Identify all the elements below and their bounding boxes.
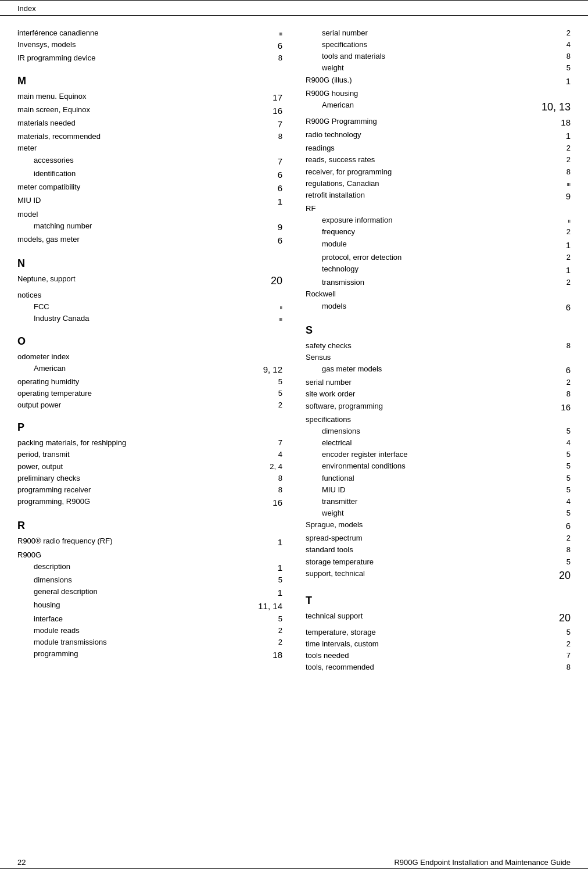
index-entry: FCCii <box>17 301 282 313</box>
index-entry: electrical4 <box>306 437 571 449</box>
index-entry-page: 8 <box>567 544 571 556</box>
index-entry-text: interface <box>34 613 275 625</box>
index-entry-text: time intervals, custom <box>306 638 563 650</box>
index-entry-page: 2 <box>567 27 571 39</box>
index-entry-page: iii <box>567 178 571 189</box>
index-entry-page: 5 <box>567 449 571 460</box>
index-entry: module1 <box>306 238 571 252</box>
index-entry-page: 2, 4 <box>270 461 282 473</box>
index-entry-text: technology <box>322 263 562 277</box>
index-entry-page: 1 <box>566 263 571 277</box>
index-entry-text: transmission <box>322 277 563 288</box>
index-entry: frequency2 <box>306 226 571 238</box>
index-entry: tools, recommended8 <box>306 661 571 673</box>
index-entry-page: 5 <box>567 425 571 437</box>
index-entry-page: 5 <box>278 613 282 625</box>
index-entry: models6 <box>306 301 571 314</box>
index-entry-page: ii <box>280 301 282 313</box>
index-entry-text: identification <box>34 168 274 181</box>
index-entry: technical support20 <box>306 610 571 627</box>
index-entry-text: specifications <box>322 39 563 51</box>
index-entry-text: reads, success rates <box>306 154 563 166</box>
index-entry-page: 1 <box>278 561 282 574</box>
index-entry: preliminary checks8 <box>17 473 282 484</box>
index-entry-text: weight <box>322 507 563 519</box>
index-entry: materials needed7 <box>17 117 282 131</box>
index-entry: IR programming device8 <box>17 52 282 64</box>
index-entry-text: standard tools <box>306 544 563 556</box>
index-entry-text: tools, recommended <box>306 661 563 673</box>
index-entry-page: 5 <box>278 574 282 586</box>
index-entry-text: power, output <box>17 461 266 473</box>
index-entry: standard tools8 <box>306 544 571 556</box>
index-entry-text: FCC <box>34 301 277 313</box>
section-letter-t: T <box>306 595 571 607</box>
index-entry-text: radio technology <box>306 129 562 142</box>
index-entry-page: 10, 13 <box>542 99 571 116</box>
index-entry-text: serial number <box>322 27 563 39</box>
index-entry: specifications <box>306 414 571 425</box>
index-entry: serial number2 <box>306 27 571 39</box>
index-entry: serial number2 <box>306 377 571 388</box>
index-entry: Invensys, models6 <box>17 39 282 52</box>
index-entry: safety checks8 <box>306 340 571 352</box>
index-entry: specifications4 <box>306 39 571 51</box>
index-entry-page: 1 <box>278 586 282 599</box>
header-title: Index <box>17 4 36 13</box>
footer-bar: 22 R900G Endpoint Installation and Maint… <box>0 856 588 869</box>
index-entry-text: retrofit installation <box>306 189 562 203</box>
index-entry-page: 5 <box>567 627 571 638</box>
index-entry-page: ii <box>568 214 571 226</box>
index-entry-text: serial number <box>306 377 563 388</box>
index-entry-text: Neptune, support <box>17 273 267 289</box>
index-entry: dimensions5 <box>17 574 282 586</box>
index-entry: functional5 <box>306 473 571 484</box>
index-entry: American10, 13 <box>306 99 571 116</box>
index-entry-page: 9 <box>278 220 282 234</box>
index-entry-page: 1 <box>566 129 571 142</box>
index-entry-page: 5 <box>278 388 282 399</box>
index-entry-page: 8 <box>567 661 571 673</box>
index-entry-page: 2 <box>567 252 571 263</box>
index-entry-page: 2 <box>567 226 571 238</box>
index-entry-page: 6 <box>566 519 571 532</box>
index-entry-text: description <box>34 561 274 574</box>
index-entry-text: Sprague, models <box>306 519 562 532</box>
index-entry-text: technical support <box>306 610 555 627</box>
index-entry: radio technology1 <box>306 129 571 142</box>
index-entry-page: iii <box>278 27 282 39</box>
index-entry-text: operating temperature <box>17 388 275 399</box>
index-entry: gas meter models6 <box>306 363 571 377</box>
index-entry-text: readings <box>306 142 563 154</box>
index-entry-page: 2 <box>278 625 282 636</box>
index-entry: temperature, storage5 <box>306 627 571 638</box>
index-entry-text: dimensions <box>322 425 563 437</box>
index-entry-text: programming receiver <box>17 484 275 496</box>
index-entry: transmission2 <box>306 277 571 288</box>
index-entry-page: 8 <box>278 52 282 64</box>
index-entry-text: materials needed <box>17 117 274 131</box>
index-entry-page: 8 <box>278 484 282 496</box>
content-area: interférence canadienneiiiInvensys, mode… <box>0 16 588 685</box>
index-entry: period, transmit4 <box>17 449 282 460</box>
index-entry-text: module <box>322 238 562 252</box>
index-entry-page: 11, 14 <box>258 599 282 613</box>
index-entry-text: R900® radio frequency (RF) <box>17 535 274 549</box>
index-entry: output power2 <box>17 399 282 411</box>
index-entry-text: regulations, Canadian <box>306 178 563 189</box>
index-entry: models, gas meter6 <box>17 234 282 247</box>
index-entry-page: 7 <box>278 437 282 449</box>
index-entry-page: 5 <box>278 376 282 388</box>
index-entry-text: Rockwell <box>306 288 571 300</box>
index-entry: American9, 12 <box>17 363 282 376</box>
index-entry-page: 8 <box>567 166 571 178</box>
index-entry: main menu. Equinox17 <box>17 91 282 104</box>
index-entry-text: storage temperature <box>306 556 563 568</box>
index-entry: tools needed7 <box>306 650 571 661</box>
footer-page-number: 22 <box>17 858 26 867</box>
index-entry-text: gas meter models <box>322 363 562 377</box>
section-letter-m: M <box>17 75 282 87</box>
index-entry-page: 18 <box>273 648 282 661</box>
index-entry: readings2 <box>306 142 571 154</box>
index-entry: packing materials, for reshipping7 <box>17 437 282 449</box>
